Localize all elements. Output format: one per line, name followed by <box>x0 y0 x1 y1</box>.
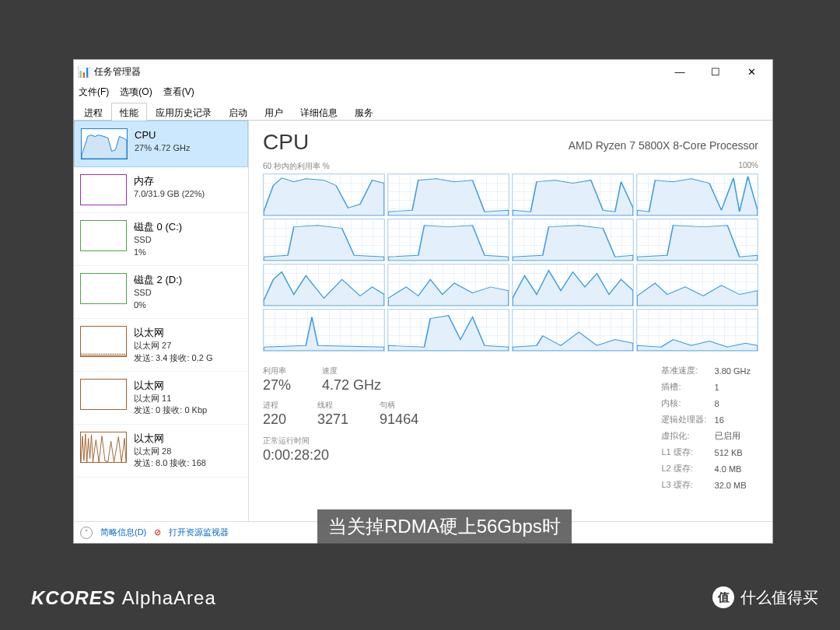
brief-link[interactable]: 简略信息(D) <box>100 527 146 538</box>
menu-view[interactable]: 查看(V) <box>163 86 194 99</box>
core-graph <box>512 219 634 261</box>
core-graph <box>636 309 758 352</box>
tab-users[interactable]: 用户 <box>256 103 292 120</box>
ethernet-thumb-icon <box>80 379 127 410</box>
minimize-button[interactable]: — <box>662 60 698 83</box>
core-graph <box>636 264 758 306</box>
titlebar[interactable]: 📊 任务管理器 — ☐ ✕ <box>74 60 772 83</box>
sidebar-cpu[interactable]: CPU27% 4.72 GHz <box>74 121 248 167</box>
core-graph <box>387 309 509 352</box>
smzdm-icon: 值 <box>712 586 734 608</box>
cpu-core-grid <box>263 173 758 352</box>
detail-pane: CPU AMD Ryzen 7 5800X 8-Core Processor 6… <box>249 121 772 521</box>
sidebar[interactable]: CPU27% 4.72 GHz 内存7.0/31.9 GB (22%) 磁盘 0… <box>74 121 249 521</box>
tab-details[interactable]: 详细信息 <box>292 103 346 120</box>
core-graph <box>512 309 634 352</box>
app-icon: 📊 <box>77 65 89 78</box>
core-graph <box>512 264 634 306</box>
menu-options[interactable]: 选项(O) <box>120 86 152 99</box>
tab-startup[interactable]: 启动 <box>220 103 256 120</box>
sidebar-eth11[interactable]: 以太网以太网 11发送: 0 接收: 0 Kbp <box>74 372 248 425</box>
video-caption: 当关掉RDMA硬上56Gbps时 <box>317 509 572 544</box>
ethernet-thumb-icon <box>80 432 127 463</box>
thread-count: 3271 <box>317 411 348 428</box>
resmon-link[interactable]: 打开资源监视器 <box>169 527 229 538</box>
core-graph <box>387 264 509 306</box>
core-graph <box>512 173 634 216</box>
sidebar-eth27[interactable]: 以太网以太网 27发送: 3.4 接收: 0.2 G <box>74 319 248 372</box>
cpu-util: 27% <box>263 377 291 394</box>
ethernet-thumb-icon <box>80 326 127 357</box>
sidebar-disk0[interactable]: 磁盘 0 (C:)SSD1% <box>74 213 248 266</box>
handle-count: 91464 <box>380 411 418 428</box>
cpu-model: AMD Ryzen 7 5800X 8-Core Processor <box>569 139 758 152</box>
tabs: 进程 性能 应用历史记录 启动 用户 详细信息 服务 <box>74 100 772 121</box>
sidebar-disk2[interactable]: 磁盘 2 (D:)SSD0% <box>74 266 248 319</box>
detail-heading: CPU <box>263 130 309 155</box>
sidebar-eth28[interactable]: 以太网以太网 28发送: 8.0 接收: 168 <box>74 425 248 478</box>
core-graph <box>263 264 385 306</box>
menu-file[interactable]: 文件(F) <box>79 86 109 99</box>
maximize-button[interactable]: ☐ <box>698 60 733 83</box>
task-manager-window: 📊 任务管理器 — ☐ ✕ 文件(F) 选项(O) 查看(V) 进程 性能 应用… <box>73 59 773 544</box>
tab-apphistory[interactable]: 应用历史记录 <box>147 103 220 120</box>
smzdm-watermark: 值什么值得买 <box>712 586 818 608</box>
core-graph <box>636 219 758 261</box>
disk-thumb-icon <box>80 220 127 251</box>
core-graph <box>636 173 758 216</box>
memory-thumb-icon <box>80 174 127 205</box>
tab-services[interactable]: 服务 <box>346 103 382 120</box>
core-graph <box>263 309 385 352</box>
close-button[interactable]: ✕ <box>733 60 769 83</box>
brand-watermark: KCORESAlphaArea <box>31 587 216 609</box>
window-title: 任务管理器 <box>94 65 662 79</box>
core-graph <box>387 173 509 216</box>
tab-performance[interactable]: 性能 <box>111 103 147 121</box>
cpu-speed: 4.72 GHz <box>322 377 381 394</box>
core-graph <box>387 219 509 261</box>
menubar: 文件(F) 选项(O) 查看(V) <box>74 83 772 100</box>
proc-count: 220 <box>263 411 286 428</box>
cpu-thumb-icon <box>81 128 128 159</box>
tab-processes[interactable]: 进程 <box>75 103 111 120</box>
content: CPU27% 4.72 GHz 内存7.0/31.9 GB (22%) 磁盘 0… <box>74 121 772 521</box>
chevron-up-icon[interactable]: ˄ <box>80 527 93 539</box>
disk-thumb-icon <box>80 273 127 304</box>
core-graph <box>263 219 385 261</box>
sidebar-memory[interactable]: 内存7.0/31.9 GB (22%) <box>74 167 248 213</box>
cpu-details-table: 基准速度:3.80 GHz 插槽:1 内核:8 逻辑处理器:16 虚拟化:已启用… <box>660 362 758 494</box>
core-graph <box>263 173 385 216</box>
